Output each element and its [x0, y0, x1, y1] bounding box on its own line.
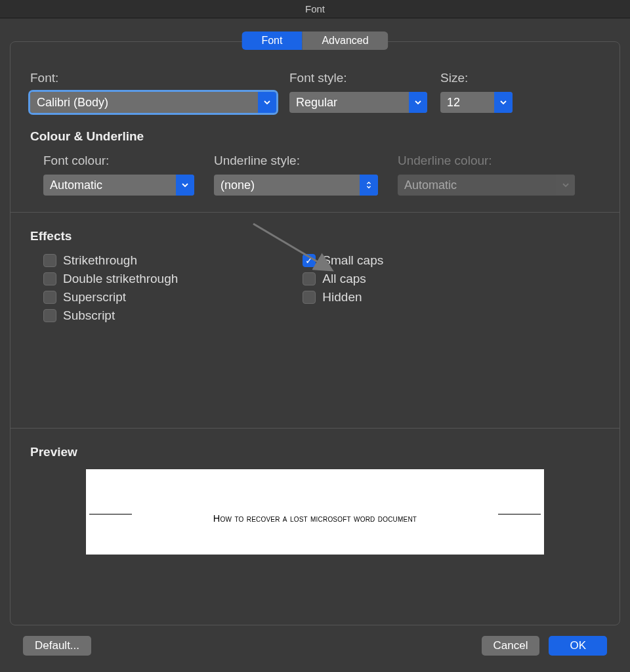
window-title: Font [305, 3, 325, 14]
checkbox-label: Superscript [63, 290, 126, 304]
size-label: Size: [440, 71, 513, 85]
chevron-updown-icon [360, 175, 378, 196]
size-value: 12 [440, 96, 494, 110]
chevron-down-icon [494, 92, 513, 113]
checkbox-icon [43, 309, 56, 322]
checkbox-label: Strikethrough [63, 253, 137, 268]
checkbox-icon [303, 291, 316, 304]
preview-rule [498, 514, 541, 514]
ok-button[interactable]: OK [549, 636, 607, 656]
checkbox-label: Small caps [322, 253, 383, 268]
chevron-down-icon [409, 92, 427, 113]
effects-heading: Effects [30, 229, 600, 243]
font-colour-label: Font colour: [43, 154, 194, 168]
preview-text: How to recover a lost microsoft word doc… [213, 513, 417, 524]
checkbox-hidden[interactable]: Hidden [303, 290, 383, 304]
checkbox-all-caps[interactable]: All caps [303, 272, 383, 286]
divider [10, 212, 620, 213]
tab-bar: Font Advanced [242, 32, 388, 50]
checkbox-label: Hidden [322, 290, 362, 304]
underline-colour-value: Automatic [398, 178, 556, 192]
checkbox-label: Subscript [63, 308, 115, 323]
checkbox-icon [43, 272, 56, 285]
divider [10, 428, 620, 429]
tab-font[interactable]: Font [242, 32, 302, 50]
preview-area: How to recover a lost microsoft word doc… [86, 469, 544, 555]
checkbox-small-caps[interactable]: ✓ Small caps [303, 253, 383, 268]
font-style-label: Font style: [289, 71, 427, 85]
colour-underline-heading: Colour & Underline [30, 129, 600, 144]
checkbox-subscript[interactable]: Subscript [43, 308, 178, 323]
cancel-button[interactable]: Cancel [482, 636, 540, 656]
chevron-down-icon [176, 175, 194, 196]
checkbox-icon [43, 254, 56, 267]
font-select[interactable]: Calibri (Body) [30, 92, 276, 113]
font-colour-select[interactable]: Automatic [43, 175, 194, 196]
size-select[interactable]: 12 [440, 92, 513, 113]
underline-style-value: (none) [214, 178, 360, 192]
default-button[interactable]: Default... [23, 636, 91, 656]
checkbox-icon [43, 291, 56, 304]
checkbox-double-strikethrough[interactable]: Double strikethrough [43, 272, 178, 286]
font-colour-value: Automatic [43, 178, 176, 192]
preview-rule [89, 514, 132, 514]
font-style-value: Regular [289, 96, 409, 110]
dialog-panel: Font Advanced Font: Calibri (Body) Font … [10, 41, 620, 625]
preview-heading: Preview [30, 445, 600, 459]
checkbox-label: Double strikethrough [63, 272, 178, 286]
window-titlebar: Font [0, 0, 630, 18]
underline-colour-label: Underline colour: [398, 154, 575, 168]
chevron-down-icon [556, 175, 575, 196]
checkbox-label: All caps [322, 272, 366, 286]
underline-colour-select: Automatic [398, 175, 575, 196]
checkbox-icon [303, 272, 316, 285]
font-value: Calibri (Body) [30, 96, 258, 110]
checkbox-strikethrough[interactable]: Strikethrough [43, 253, 178, 268]
font-style-select[interactable]: Regular [289, 92, 427, 113]
checkbox-superscript[interactable]: Superscript [43, 290, 178, 304]
underline-style-label: Underline style: [214, 154, 378, 168]
tab-advanced[interactable]: Advanced [302, 32, 388, 50]
checkbox-checked-icon: ✓ [303, 254, 316, 267]
underline-style-select[interactable]: (none) [214, 175, 378, 196]
font-label: Font: [30, 71, 276, 85]
chevron-down-icon [258, 92, 276, 113]
